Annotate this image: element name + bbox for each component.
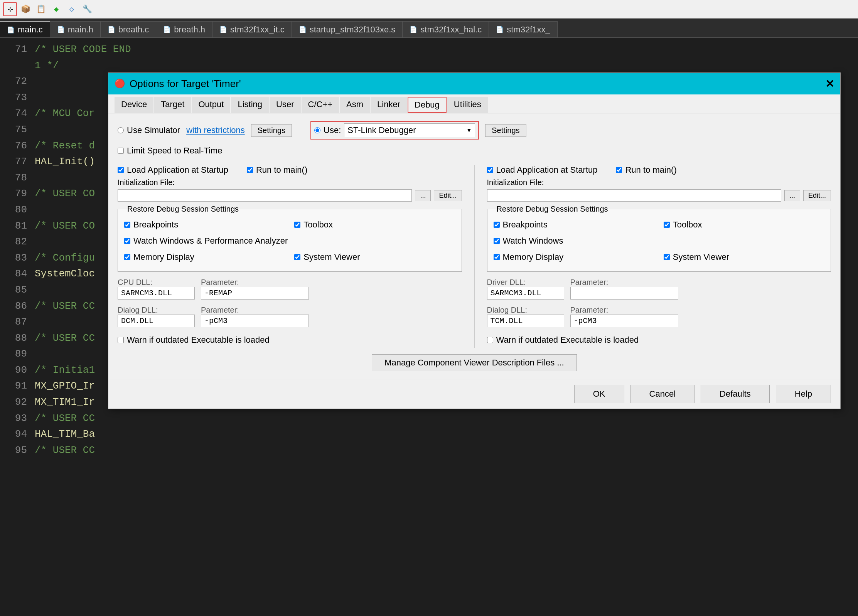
tab-label: breath.c xyxy=(118,25,149,35)
right-driver-param-input[interactable] xyxy=(570,287,678,300)
options-dialog: 🔴 Options for Target 'Timer' ✕ Device Ta… xyxy=(108,72,841,409)
left-load-app-label: Load Application at Startup xyxy=(127,165,228,175)
right-edit-button[interactable]: Edit... xyxy=(803,190,831,201)
right-dialog-dll-row: Dialog DLL: Parameter: xyxy=(487,306,831,327)
dialog-tab-listing[interactable]: Listing xyxy=(231,97,269,113)
left-dialog-param-input[interactable] xyxy=(201,315,309,327)
diamond-green-icon[interactable]: ◆ xyxy=(49,2,63,16)
right-sysviewer-row: System Viewer xyxy=(664,252,824,262)
debugger-dropdown[interactable]: ST-Link Debugger ▼ xyxy=(344,123,475,137)
tab-label: stm32f1xx_hal.c xyxy=(420,25,482,35)
right-init-row: ... Edit... xyxy=(487,189,831,202)
dialog-tab-user[interactable]: User xyxy=(270,97,300,113)
dialog-tab-linker[interactable]: Linker xyxy=(371,97,407,113)
tab-stm32-extra[interactable]: 📄 stm32f1xx_ xyxy=(489,21,558,37)
dialog-tab-output[interactable]: Output xyxy=(192,97,230,113)
defaults-button[interactable]: Defaults xyxy=(701,385,770,403)
left-cpu-param-input[interactable] xyxy=(201,287,309,300)
left-memory-label: Memory Display xyxy=(133,252,194,262)
code-line: 94 HAL_TIM_Ba xyxy=(0,426,139,443)
limit-speed-checkbox[interactable] xyxy=(118,148,124,154)
help-button[interactable]: Help xyxy=(776,385,831,403)
right-breakpoints-row: Breakpoints xyxy=(494,220,654,230)
copy-icon[interactable]: 📋 xyxy=(34,2,48,16)
left-breakpoints-checkbox[interactable] xyxy=(124,222,130,228)
right-browse-button[interactable]: ... xyxy=(784,190,800,201)
left-restore-grid: Breakpoints Toolbox Watch Windows & Perf… xyxy=(124,220,455,265)
right-run-main-checkbox[interactable] xyxy=(616,167,622,173)
cursor-icon[interactable]: ⊹ xyxy=(3,2,17,16)
manage-component-button[interactable]: Manage Component Viewer Description File… xyxy=(372,354,576,371)
right-warn-checkbox[interactable] xyxy=(487,337,493,343)
tab-breath-h[interactable]: 📄 breath.h xyxy=(156,21,212,37)
left-column: Load Application at Startup Run to main(… xyxy=(118,165,462,348)
left-browse-button[interactable]: ... xyxy=(415,190,431,201)
with-restrictions-link[interactable]: with restrictions xyxy=(186,125,245,135)
left-dialog-dll-input[interactable] xyxy=(118,315,195,327)
simulator-radio[interactable] xyxy=(118,127,124,133)
tab-file-icon: 📄 xyxy=(163,26,171,33)
tab-main-h[interactable]: 📄 main.h xyxy=(50,21,101,37)
right-memory-checkbox[interactable] xyxy=(494,254,500,260)
right-dialog-param-input[interactable] xyxy=(570,315,678,327)
tab-main-c[interactable]: 📄 main.c xyxy=(0,21,50,37)
right-toolbox-checkbox[interactable] xyxy=(664,222,670,228)
code-line: 95 /* USER CC xyxy=(0,443,139,459)
right-driver-dll-input[interactable] xyxy=(487,287,564,300)
left-toolbox-checkbox[interactable] xyxy=(294,222,300,228)
tab-label: main.h xyxy=(68,25,93,35)
dialog-tab-cpp[interactable]: C/C++ xyxy=(302,97,339,113)
package-icon[interactable]: 📦 xyxy=(19,2,32,16)
tab-hal[interactable]: 📄 stm32f1xx_hal.c xyxy=(403,21,489,37)
dialog-tab-device[interactable]: Device xyxy=(115,97,153,113)
left-init-label: Initialization File: xyxy=(118,178,175,187)
code-line: 93 /* USER CC xyxy=(0,411,139,427)
left-warn-checkbox[interactable] xyxy=(118,337,124,343)
right-breakpoints-checkbox[interactable] xyxy=(494,222,500,228)
tab-startup[interactable]: 📄 startup_stm32f103xe.s xyxy=(292,21,403,37)
left-sysviewer-row: System Viewer xyxy=(294,252,455,262)
tab-label: main.c xyxy=(18,25,43,35)
cancel-button[interactable]: Cancel xyxy=(630,385,694,403)
tab-breath-c[interactable]: 📄 breath.c xyxy=(101,21,157,37)
right-sysviewer-checkbox[interactable] xyxy=(664,254,670,260)
left-sysviewer-checkbox[interactable] xyxy=(294,254,300,260)
tab-stm32-it[interactable]: 📄 stm32f1xx_it.c xyxy=(212,21,292,37)
debugger-value: ST-Link Debugger xyxy=(347,125,416,135)
right-dialog-dll-input[interactable] xyxy=(487,315,564,327)
left-init-input[interactable] xyxy=(118,189,412,202)
left-warn-label: Warn if outdated Executable is loaded xyxy=(127,335,270,345)
component-icon[interactable]: 🔧 xyxy=(80,2,94,16)
left-memory-checkbox[interactable] xyxy=(124,254,130,260)
tab-label: startup_stm32f103xe.s xyxy=(310,25,396,35)
right-breakpoints-label: Breakpoints xyxy=(503,220,548,230)
right-init-label: Initialization File: xyxy=(487,178,544,187)
dialog-title-icon: 🔴 xyxy=(115,79,125,89)
right-watch-checkbox[interactable] xyxy=(494,238,500,244)
dialog-close-button[interactable]: ✕ xyxy=(825,77,834,90)
use-radio[interactable] xyxy=(314,127,320,133)
simulator-settings-button[interactable]: Settings xyxy=(251,124,292,137)
left-watch-checkbox[interactable] xyxy=(124,238,130,244)
right-load-app-checkbox[interactable] xyxy=(487,167,493,173)
use-label: Use: xyxy=(324,125,341,135)
ok-button[interactable]: OK xyxy=(574,385,624,403)
column-divider xyxy=(474,165,475,348)
diamond-blue-icon[interactable]: ◇ xyxy=(65,2,79,16)
left-edit-button[interactable]: Edit... xyxy=(434,190,462,201)
right-warn-row: Warn if outdated Executable is loaded xyxy=(487,335,831,345)
right-watch-label: Watch Windows xyxy=(503,236,563,246)
right-init-input[interactable] xyxy=(487,189,781,202)
left-load-app-checkbox[interactable] xyxy=(118,167,124,173)
dialog-tab-debug[interactable]: Debug xyxy=(408,97,447,113)
left-toolbox-row: Toolbox xyxy=(294,220,455,230)
left-run-main-checkbox[interactable] xyxy=(247,167,253,173)
dialog-tab-strip: Device Target Output Listing User C/C++ … xyxy=(108,94,840,113)
right-restore-grid: Breakpoints Toolbox Watch Windows xyxy=(494,220,825,265)
debugger-settings-button[interactable]: Settings xyxy=(485,124,526,137)
dialog-tab-target[interactable]: Target xyxy=(154,97,191,113)
dialog-tab-asm[interactable]: Asm xyxy=(340,97,370,113)
dropdown-arrow-icon: ▼ xyxy=(466,127,472,133)
dialog-tab-utilities[interactable]: Utilities xyxy=(447,97,488,113)
left-cpu-dll-input[interactable] xyxy=(118,287,195,300)
